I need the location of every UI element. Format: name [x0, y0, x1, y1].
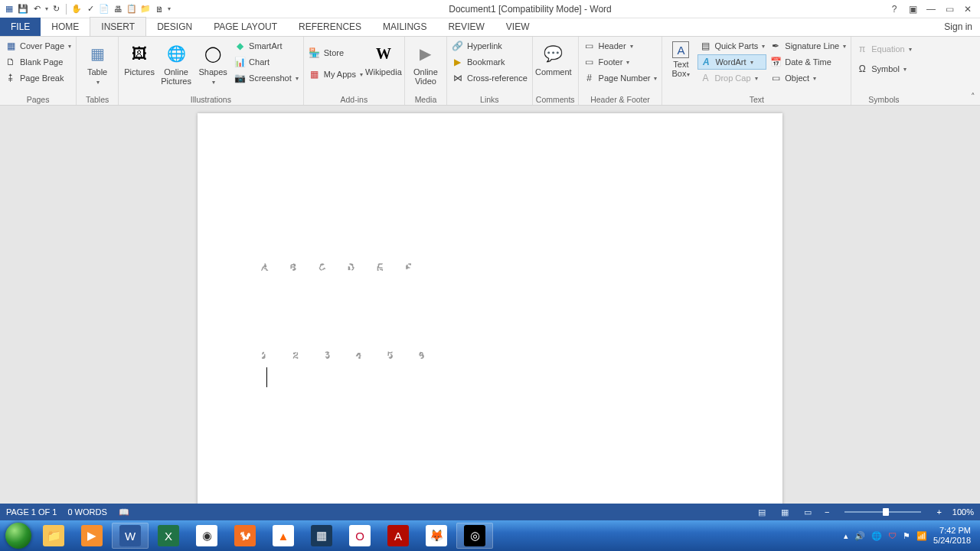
page-number-button[interactable]: #Page Number▾: [582, 70, 659, 86]
view-web-icon[interactable]: ▭: [802, 507, 814, 517]
cover-page-icon: ▦: [5, 40, 17, 52]
taskbar-opera[interactable]: O: [341, 523, 378, 549]
group-illustrations: 🖼Pictures 🌐Online Pictures ◯Shapes▾ ◆Sma…: [119, 37, 304, 105]
cross-reference-button[interactable]: ⋈Cross-reference: [450, 70, 529, 86]
shapes-button[interactable]: ◯Shapes▾: [195, 38, 230, 90]
equation-button[interactable]: πEquation▾: [854, 41, 913, 57]
ribbon-options-icon[interactable]: ▣: [905, 2, 920, 17]
tray-flag-icon[interactable]: ⚑: [903, 531, 910, 541]
my-apps-button[interactable]: ▦My Apps▾: [307, 67, 364, 82]
taskbar-camera[interactable]: ◎: [456, 523, 493, 549]
close-icon[interactable]: ✕: [960, 2, 975, 17]
zoom-slider[interactable]: [844, 511, 921, 513]
text-box-button[interactable]: AText Box▾: [665, 38, 696, 82]
status-words[interactable]: 0 WORDS: [67, 507, 106, 517]
taskbar-acrobat[interactable]: A: [380, 523, 416, 549]
tab-insert[interactable]: INSERT: [90, 17, 146, 36]
zoom-out-icon[interactable]: −: [825, 507, 829, 517]
tray-clock[interactable]: 7:42 PM 5/24/2018: [933, 526, 971, 546]
taskbar-firefox[interactable]: 🦊: [418, 523, 455, 549]
taskbar-vlc[interactable]: ▲: [265, 523, 302, 549]
document-page[interactable]: ABCDEF 123456: [198, 113, 782, 504]
tab-home[interactable]: HOME: [41, 18, 90, 36]
tab-design[interactable]: DESIGN: [146, 18, 203, 36]
tray-volume-icon[interactable]: 🔊: [854, 531, 865, 541]
date-time-button[interactable]: 📅Date & Time: [768, 54, 848, 70]
taskbar-excel[interactable]: X: [150, 523, 187, 549]
wordart-button[interactable]: AWordArt▾: [697, 54, 766, 70]
start-button[interactable]: [3, 520, 34, 551]
bookmark-button[interactable]: ▶Bookmark: [450, 54, 529, 70]
view-read-icon[interactable]: ▤: [756, 507, 768, 517]
tray-arrow-icon[interactable]: ▴: [844, 531, 848, 541]
tab-file[interactable]: FILE: [0, 18, 41, 36]
taskbar-word[interactable]: W: [112, 523, 149, 549]
comment-button[interactable]: 💬Comment: [536, 38, 571, 80]
object-button[interactable]: ▭Object▾: [768, 70, 848, 86]
header-button[interactable]: ▭Header▾: [582, 38, 659, 54]
tab-view[interactable]: VIEW: [495, 18, 541, 36]
spell-icon[interactable]: ✓: [84, 3, 96, 15]
wordart-text: ABCDEF 123456: [198, 113, 782, 419]
status-page[interactable]: PAGE 1 OF 1: [6, 507, 57, 517]
drop-cap-button[interactable]: ADrop Cap▾: [697, 70, 766, 86]
qat-icon-4[interactable]: 📁: [139, 3, 152, 15]
store-button[interactable]: 🏪Store: [307, 45, 364, 60]
taskbar-explorer[interactable]: 📁: [35, 523, 72, 549]
qat-icon-3[interactable]: 📋: [126, 3, 138, 15]
collapse-ribbon-icon[interactable]: ˄: [971, 92, 975, 102]
proofing-icon[interactable]: 📖: [118, 507, 130, 517]
tray-network-icon[interactable]: 🌐: [871, 531, 882, 541]
tab-page-layout[interactable]: PAGE LAYOUT: [203, 18, 288, 36]
bookmark-label: Bookmark: [467, 57, 505, 67]
undo-dropdown[interactable]: ▾: [45, 5, 48, 12]
taskbar-chrome[interactable]: ◉: [188, 523, 225, 549]
quick-parts-button[interactable]: ▤Quick Parts▾: [697, 38, 766, 54]
signature-line-button[interactable]: ✒Signature Line▾: [768, 38, 848, 54]
chart-button[interactable]: 📊Chart: [232, 54, 300, 70]
tab-references[interactable]: REFERENCES: [288, 18, 372, 36]
help-icon[interactable]: ?: [887, 2, 902, 17]
smartart-button[interactable]: ◆SmartArt: [232, 38, 300, 54]
qat-icon-1[interactable]: 📄: [98, 3, 110, 15]
undo-icon[interactable]: ↶: [31, 3, 43, 15]
screenshot-button[interactable]: 📷Screenshot▾: [232, 70, 300, 86]
cover-page-button[interactable]: ▦Cover Page▾: [3, 38, 73, 54]
page-break-button[interactable]: ⭻Page Break: [3, 70, 73, 86]
document-workspace[interactable]: ABCDEF 123456: [0, 106, 980, 504]
sign-in-link[interactable]: Sign in: [936, 18, 980, 36]
zoom-level[interactable]: 100%: [952, 507, 974, 517]
blank-page-button[interactable]: 🗋Blank Page: [3, 54, 73, 70]
footer-label: Footer: [599, 57, 623, 67]
online-video-button[interactable]: ▶Online Video: [408, 38, 443, 89]
my-apps-icon: ▦: [309, 68, 321, 80]
taskbar-media-player[interactable]: ▶: [74, 523, 110, 549]
store-label: Store: [324, 48, 344, 57]
wikipedia-button[interactable]: WWikipedia: [366, 38, 401, 80]
qat-icon-5[interactable]: 🗎: [153, 3, 165, 15]
touch-icon[interactable]: ✋: [70, 3, 83, 15]
tray-wifi-icon[interactable]: 📶: [916, 531, 927, 541]
symbol-button[interactable]: ΩSymbol▾: [854, 61, 913, 77]
view-print-icon[interactable]: ▦: [779, 507, 791, 517]
date-time-icon: 📅: [769, 56, 782, 68]
tab-review[interactable]: REVIEW: [437, 18, 495, 36]
text-cursor: [266, 367, 267, 387]
maximize-icon[interactable]: ▭: [942, 2, 957, 17]
pictures-button[interactable]: 🖼Pictures: [122, 38, 157, 80]
table-button[interactable]: ▦ Table▾: [80, 38, 115, 90]
redo-icon[interactable]: ↻: [50, 3, 62, 15]
tray-time: 7:42 PM: [933, 526, 971, 536]
qat-icon-2[interactable]: 🖶: [112, 3, 124, 15]
taskbar-app-1[interactable]: ▦: [303, 523, 340, 549]
tab-mailings[interactable]: MAILINGS: [372, 18, 437, 36]
tray-security-icon[interactable]: 🛡: [888, 531, 897, 540]
qat-customize[interactable]: ▾: [168, 5, 171, 12]
taskbar-uc[interactable]: 🐿: [227, 523, 263, 549]
save-icon[interactable]: 💾: [17, 3, 29, 15]
footer-button[interactable]: ▭Footer▾: [582, 54, 659, 70]
minimize-icon[interactable]: —: [923, 2, 939, 17]
online-pictures-button[interactable]: 🌐Online Pictures: [158, 38, 194, 89]
hyperlink-button[interactable]: 🔗Hyperlink: [450, 38, 529, 54]
zoom-in-icon[interactable]: +: [936, 507, 941, 517]
